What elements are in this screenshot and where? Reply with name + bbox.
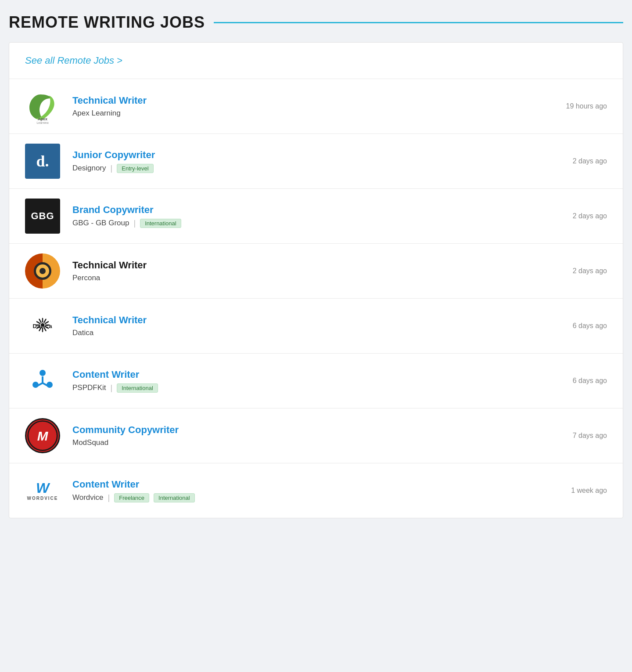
svg-text:Learning: Learning	[36, 121, 48, 124]
job-title: Technical Writer	[72, 95, 557, 106]
job-info: Technical Writer Datica	[72, 314, 564, 337]
company-logo-container: W WORDVICE	[25, 473, 60, 508]
job-title: Content Writer	[72, 479, 562, 490]
apex-logo: Apex Learning	[25, 89, 60, 124]
page-title: REMOTE WRITING JOBS	[9, 13, 205, 32]
svg-line-9	[37, 326, 40, 328]
designory-logo: d.	[25, 144, 60, 179]
company-logo-container	[25, 363, 60, 398]
job-tag: International	[154, 493, 195, 502]
job-company: GBG - GB Group	[72, 219, 129, 228]
job-title: Technical Writer	[72, 314, 564, 326]
company-logo-container: GBG	[25, 199, 60, 234]
job-time: 2 days ago	[564, 267, 607, 275]
see-all-row[interactable]: See all Remote Jobs >	[9, 43, 623, 79]
job-tag: International	[140, 219, 181, 228]
datica-logo: Datica	[25, 308, 60, 343]
job-company: Percona	[72, 274, 100, 282]
job-title: Content Writer	[72, 369, 564, 380]
company-logo-container: d.	[25, 144, 60, 179]
job-time: 6 days ago	[564, 377, 607, 385]
job-row[interactable]: GBG Brand Copywriter GBG - GB Group | In…	[9, 189, 623, 244]
job-time: 6 days ago	[564, 322, 607, 330]
job-meta: Wordvice | FreelanceInternational	[72, 493, 562, 502]
svg-line-5	[45, 326, 48, 328]
company-logo-container: M	[25, 418, 60, 453]
job-time: 19 hours ago	[557, 102, 607, 110]
job-row[interactable]: Technical Writer Percona 2 days ago	[9, 244, 623, 299]
percona-logo	[25, 253, 60, 289]
job-company: Wordvice	[72, 493, 104, 502]
pspdfkit-logo	[25, 363, 60, 398]
job-company: Datica	[72, 329, 93, 337]
job-time: 2 days ago	[564, 212, 607, 220]
job-title: Technical Writer	[72, 260, 564, 271]
job-row[interactable]: Datica Technical Writer Datica 6 days ag…	[9, 299, 623, 354]
see-all-link[interactable]: See all Remote Jobs >	[25, 55, 122, 66]
job-row[interactable]: Content Writer PSPDFKit | International …	[9, 354, 623, 408]
job-info: Content Writer PSPDFKit | International	[72, 369, 564, 392]
wordvoice-logo: W WORDVICE	[25, 473, 60, 508]
svg-line-14	[44, 319, 46, 322]
job-time: 2 days ago	[564, 157, 607, 165]
company-logo-container: Datica	[25, 308, 60, 343]
job-meta: Percona	[72, 274, 564, 282]
svg-point-17	[40, 370, 46, 376]
header-line	[214, 22, 623, 23]
job-info: Brand Copywriter GBG - GB Group | Intern…	[72, 204, 564, 228]
job-info: Technical Writer Apex Learning	[72, 95, 557, 118]
job-company: Designory	[72, 164, 106, 173]
page-header: REMOTE WRITING JOBS	[9, 13, 623, 32]
jobs-container: See all Remote Jobs > Apex Learning	[9, 42, 623, 518]
job-time: 7 days ago	[564, 432, 607, 440]
job-row[interactable]: d. Junior Copywriter Designory | Entry-l…	[9, 134, 623, 189]
company-logo-container	[25, 253, 60, 289]
job-meta: GBG - GB Group | International	[72, 219, 564, 228]
job-meta: PSPDFKit | International	[72, 383, 564, 393]
job-company: ModSquad	[72, 438, 108, 447]
job-row[interactable]: W WORDVICE Content Writer Wordvice | Fre…	[9, 463, 623, 518]
job-row[interactable]: M Community Copywriter ModSquad 7 days a…	[9, 408, 623, 463]
job-company: PSPDFKit	[72, 383, 106, 392]
job-meta: Designory | Entry-level	[72, 164, 564, 173]
svg-line-6	[44, 328, 46, 331]
job-tag: International	[117, 383, 158, 393]
job-info: Content Writer Wordvice | FreelanceInter…	[72, 479, 562, 502]
gbg-logo: GBG	[25, 199, 60, 234]
job-meta: Apex Learning	[72, 109, 557, 118]
svg-line-15	[45, 322, 48, 323]
job-info: Community Copywriter ModSquad	[72, 424, 564, 447]
modsquad-logo: M	[25, 418, 60, 453]
job-time: 1 week ago	[562, 487, 607, 495]
svg-line-8	[40, 328, 41, 331]
company-logo-container: Apex Learning	[25, 89, 60, 124]
job-tag: Entry-level	[117, 164, 153, 173]
job-title: Brand Copywriter	[72, 204, 564, 216]
page-wrapper: REMOTE WRITING JOBS See all Remote Jobs …	[9, 13, 623, 518]
job-row[interactable]: Apex Learning Technical Writer Apex Lear…	[9, 79, 623, 134]
job-meta: Datica	[72, 329, 564, 337]
svg-line-11	[37, 322, 40, 323]
job-info: Junior Copywriter Designory | Entry-leve…	[72, 149, 564, 173]
jobs-list: Apex Learning Technical Writer Apex Lear…	[9, 79, 623, 518]
svg-point-16	[41, 323, 44, 327]
job-company: Apex Learning	[72, 109, 121, 118]
svg-text:Apex: Apex	[38, 117, 47, 121]
svg-text:M: M	[37, 429, 49, 443]
svg-point-1	[40, 105, 45, 110]
job-tag: Freelance	[114, 493, 149, 502]
job-meta: ModSquad	[72, 438, 564, 447]
job-title: Community Copywriter	[72, 424, 564, 436]
svg-line-12	[40, 319, 41, 322]
job-title: Junior Copywriter	[72, 149, 564, 161]
job-info: Technical Writer Percona	[72, 260, 564, 282]
